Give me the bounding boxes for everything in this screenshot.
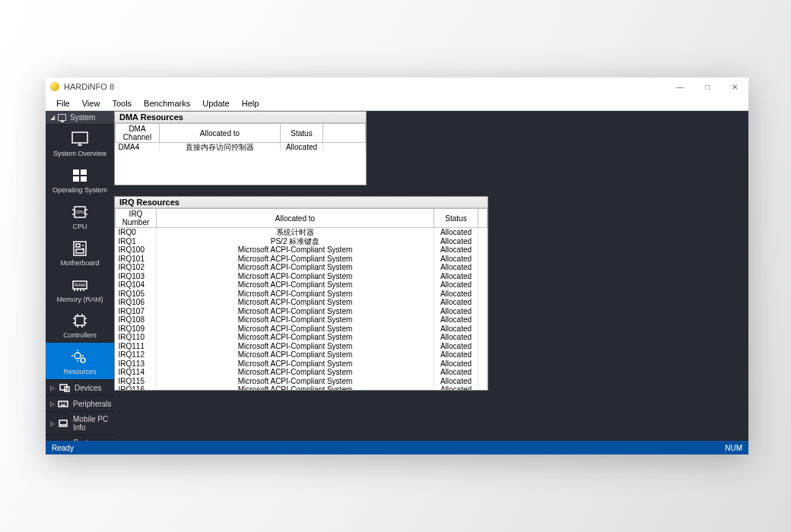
table-cell: Allocated [434, 368, 478, 377]
svg-text:CPU: CPU [75, 210, 85, 214]
table-row[interactable]: IRQ1PS/2 标准键盘Allocated [116, 237, 488, 246]
ram-icon: RAM [69, 275, 91, 295]
table-row[interactable]: IRQ0系统计时器Allocated [116, 228, 488, 237]
sidebar-section-devices[interactable]: ▷Devices [46, 379, 114, 395]
table-cell: IRQ103 [116, 272, 157, 281]
table-cell: IRQ101 [116, 255, 157, 264]
table-cell [478, 307, 488, 316]
table-irq[interactable]: IRQ NumberAllocated toStatusIRQ0系统计时器All… [115, 208, 488, 390]
table-cell [478, 272, 488, 281]
sidebar-item-memory[interactable]: RAMMemory (RAM) [46, 271, 114, 307]
table-cell: Microsoft ACPI-Compliant System [157, 263, 434, 272]
table-row[interactable]: IRQ115Microsoft ACPI-Compliant SystemAll… [116, 377, 488, 386]
table-row[interactable]: IRQ105Microsoft ACPI-Compliant SystemAll… [116, 290, 488, 299]
sidebar-section-label: Mobile PC Info [73, 415, 110, 432]
sidebar-item-label: Controllers [63, 332, 97, 340]
table-row[interactable]: IRQ114Microsoft ACPI-Compliant SystemAll… [116, 368, 488, 377]
column-header[interactable] [478, 209, 488, 228]
table-cell: 系统计时器 [157, 228, 434, 237]
table-cell: IRQ1 [116, 237, 157, 246]
menu-help[interactable]: Help [236, 97, 265, 109]
column-header[interactable]: Status [434, 209, 478, 228]
panel-dma-resources: DMA Resources DMA ChannelAllocated toSta… [114, 111, 367, 185]
sidebar-item-cpu[interactable]: CPUCPU [46, 198, 114, 234]
sidebar: ◢ System System OverviewOperating System… [46, 111, 114, 441]
table-cell [478, 280, 488, 290]
table-cell: IRQ100 [116, 245, 157, 255]
menu-update[interactable]: Update [196, 97, 235, 109]
svg-point-42 [60, 403, 61, 404]
window-controls: — □ ✕ [666, 78, 748, 96]
table-row[interactable]: IRQ104Microsoft ACPI-Compliant SystemAll… [116, 280, 488, 290]
table-cell: DMA4 [116, 143, 160, 152]
panel-title-irq: IRQ Resources [115, 197, 488, 208]
svg-point-43 [62, 403, 62, 404]
sidebar-item-label: Resources [63, 369, 96, 376]
column-header[interactable]: DMA Channel [116, 124, 160, 143]
table-row[interactable]: IRQ103Microsoft ACPI-Compliant SystemAll… [116, 272, 488, 281]
sidebar-section-system-monitor[interactable]: ▷System Monitor [46, 435, 114, 441]
chevron-right-icon: ▷ [50, 385, 56, 391]
gears-icon [69, 347, 91, 367]
table-row[interactable]: DMA4直接内存访问控制器Allocated [116, 143, 366, 152]
svg-rect-3 [73, 169, 79, 175]
sidebar-item-controllers[interactable]: Controllers [46, 306, 114, 343]
sidebar-item-label: Motherboard [60, 260, 99, 268]
table-cell: Allocated [434, 272, 478, 281]
table-cell: Microsoft ACPI-Compliant System [157, 377, 434, 386]
minimize-button[interactable]: — [666, 78, 694, 96]
table-cell: IRQ111 [116, 342, 157, 351]
table-row[interactable]: IRQ109Microsoft ACPI-Compliant SystemAll… [116, 325, 488, 334]
menu-file[interactable]: File [50, 97, 76, 109]
table-row[interactable]: IRQ101Microsoft ACPI-Compliant SystemAll… [116, 255, 488, 264]
sidebar-section-peripherals[interactable]: ▷Peripherals [46, 395, 114, 411]
table-row[interactable]: IRQ102Microsoft ACPI-Compliant SystemAll… [116, 263, 488, 272]
svg-rect-6 [81, 176, 87, 182]
table-row[interactable]: IRQ107Microsoft ACPI-Compliant SystemAll… [116, 307, 488, 316]
table-cell [478, 255, 488, 264]
svg-text:RAM: RAM [75, 283, 84, 287]
menu-tools[interactable]: Tools [106, 97, 138, 109]
sidebar-item-motherboard[interactable]: Motherboard [46, 234, 114, 271]
column-header[interactable] [323, 124, 366, 143]
column-header[interactable]: Allocated to [157, 209, 434, 228]
table-dma[interactable]: DMA ChannelAllocated toStatusDMA4直接内存访问控… [115, 123, 366, 152]
titlebar[interactable]: HARDiNFO 8 — □ ✕ [46, 78, 748, 96]
table-row[interactable]: IRQ110Microsoft ACPI-Compliant SystemAll… [116, 333, 488, 342]
column-header[interactable]: IRQ Number [116, 209, 157, 228]
sidebar-section-mobile-pc-info[interactable]: ▷Mobile PC Info [46, 411, 114, 435]
statusbar: Ready NUM [46, 441, 748, 454]
table-cell: Microsoft ACPI-Compliant System [157, 307, 434, 316]
close-button[interactable]: ✕ [721, 78, 748, 96]
table-cell: IRQ114 [116, 368, 157, 377]
svg-point-45 [65, 403, 65, 404]
column-header[interactable]: Status [281, 124, 323, 143]
table-cell: Allocated [434, 377, 478, 386]
table-row[interactable]: IRQ100Microsoft ACPI-Compliant SystemAll… [116, 245, 488, 255]
menu-view[interactable]: View [76, 97, 106, 109]
column-header[interactable]: Allocated to [160, 124, 281, 143]
sidebar-item-system-overview[interactable]: System Overview [46, 125, 114, 161]
table-cell: Microsoft ACPI-Compliant System [157, 359, 434, 369]
maximize-button[interactable]: □ [694, 78, 721, 96]
table-cell: IRQ110 [116, 333, 157, 342]
table-row[interactable]: IRQ112Microsoft ACPI-Compliant SystemAll… [116, 350, 488, 359]
table-cell [478, 368, 488, 377]
table-cell: Microsoft ACPI-Compliant System [157, 342, 434, 351]
table-row[interactable]: IRQ108Microsoft ACPI-Compliant SystemAll… [116, 315, 488, 325]
table-row[interactable]: IRQ111Microsoft ACPI-Compliant SystemAll… [116, 342, 488, 351]
table-row[interactable]: IRQ106Microsoft ACPI-Compliant SystemAll… [116, 298, 488, 307]
sidebar-item-operating-system[interactable]: Operating System [46, 161, 114, 198]
sidebar-item-label: Memory (RAM) [57, 296, 103, 304]
table-row[interactable]: IRQ113Microsoft ACPI-Compliant SystemAll… [116, 359, 488, 369]
table-cell [478, 228, 488, 237]
menu-benchmarks[interactable]: Benchmarks [138, 97, 196, 109]
chevron-right-icon: ▷ [50, 420, 55, 427]
table-cell [478, 315, 488, 325]
sidebar-item-resources[interactable]: Resources [46, 343, 114, 379]
table-cell: Allocated [434, 290, 478, 299]
svg-rect-17 [76, 249, 84, 253]
sidebar-header-system[interactable]: ◢ System [46, 111, 114, 125]
table-cell: IRQ108 [116, 315, 157, 325]
table-row[interactable]: IRQ116Microsoft ACPI-Compliant SystemAll… [116, 385, 488, 390]
